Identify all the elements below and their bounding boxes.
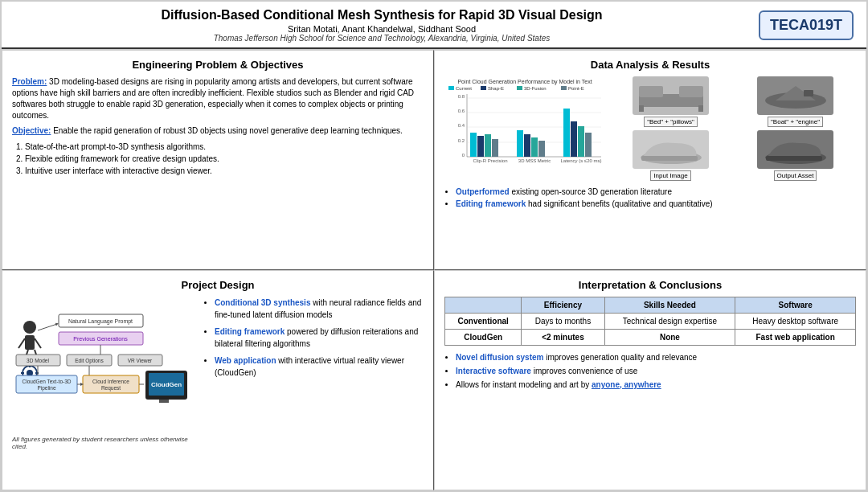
svg-text:CloudGen: CloudGen	[151, 381, 182, 388]
shoe-dark-svg	[760, 132, 832, 167]
list-item-1: State-of-the-art prompt-to-3D synthesis …	[25, 141, 424, 153]
objective-list: State-of-the-art prompt-to-3D synthesis …	[25, 141, 424, 177]
svg-text:Pipeline: Pipeline	[37, 385, 56, 392]
output-label: Output Asset	[774, 170, 817, 181]
mesh-input-img	[633, 130, 709, 169]
p4-bullet-1: Novel diffusion system improves generati…	[456, 351, 856, 363]
objective-text: Objective: Enable the rapid generation o…	[12, 125, 424, 137]
project-svg: Natural Language Prompt Previous Generat…	[12, 297, 197, 429]
row-cloudgen-software: Fast web application	[735, 330, 856, 346]
svg-rect-45	[766, 156, 822, 161]
svg-rect-0	[448, 86, 454, 90]
svg-rect-26	[531, 137, 538, 157]
header: Diffusion-Based Conditional Mesh Synthes…	[2, 2, 866, 49]
svg-text:Cloud Inference: Cloud Inference	[92, 379, 129, 384]
svg-text:0.4: 0.4	[458, 123, 465, 128]
row-conventional-skills: Technical design expertise	[604, 314, 735, 330]
authors: Sritan Motati, Anant Khandelwal, Siddhan…	[14, 24, 749, 34]
boat-svg	[760, 78, 832, 113]
mesh-output: Output Asset	[735, 130, 856, 181]
svg-rect-6	[561, 86, 567, 90]
svg-text:0.6: 0.6	[458, 109, 465, 113]
svg-rect-81	[159, 400, 169, 403]
panel-data: Data Analysis & Results Point Cloud Gene…	[434, 50, 866, 270]
p4-b3-bold: anyone, anywhere	[592, 380, 661, 389]
svg-rect-22	[492, 139, 498, 157]
svg-text:0: 0	[462, 153, 465, 158]
problem-text: Problem: 3D modeling-based designs are r…	[12, 76, 424, 121]
svg-text:Previous Generations: Previous Generations	[73, 336, 128, 342]
problem-label: Problem:	[12, 77, 47, 86]
shoe-svg	[635, 132, 707, 167]
main-grid: Engineering Problem & Objectives Problem…	[2, 49, 866, 490]
row-cloudgen-name: CloudGen	[445, 330, 522, 346]
svg-rect-20	[477, 136, 484, 157]
panel-interpretation: Interpretation & Conclusions Efficiency …	[434, 270, 866, 490]
svg-rect-19	[470, 133, 477, 157]
svg-line-49	[35, 338, 41, 348]
p2-bullet-2: Editing framework had significant benefi…	[456, 198, 856, 210]
svg-rect-37	[639, 105, 644, 112]
svg-rect-38	[698, 105, 703, 112]
bar-chart-svg: Point Cloud Generation Performance by Mo…	[444, 76, 605, 169]
svg-line-48	[18, 338, 25, 348]
objective-label: Objective:	[12, 126, 51, 135]
project-diagram: Natural Language Prompt Previous Generat…	[12, 297, 197, 450]
svg-text:Edit Options: Edit Options	[75, 358, 104, 364]
boat-label: "Boat" + "engine"	[768, 117, 823, 127]
project-content: Natural Language Prompt Previous Generat…	[12, 297, 424, 450]
poster: Diffusion-Based Conditional Mesh Synthes…	[0, 0, 868, 492]
svg-rect-25	[524, 134, 530, 157]
mesh-bed-img	[633, 76, 709, 115]
svg-rect-4	[517, 86, 522, 90]
svg-text:VR Viewer: VR Viewer	[128, 358, 153, 363]
svg-text:3D-Fusion: 3D-Fusion	[524, 86, 547, 91]
svg-rect-43	[641, 156, 698, 161]
p4-b2-rest: improves convenience of use	[531, 367, 637, 375]
svg-text:3D Model: 3D Model	[27, 358, 49, 363]
p4-bullet-3: Allows for instant modeling and art by a…	[456, 379, 856, 391]
p4-b3-normal: Allows for instant modeling and art by	[456, 380, 592, 389]
chart-title: Point Cloud Generation Performance by Mo…	[457, 79, 592, 85]
svg-text:3D MSS Metric: 3D MSS Metric	[518, 158, 551, 163]
row-conventional-efficiency: Days to months	[522, 314, 604, 330]
svg-point-46	[23, 321, 36, 334]
svg-rect-29	[563, 109, 570, 157]
svg-rect-31	[578, 126, 584, 157]
p4-b1-rest: improves generation quality and relevanc…	[543, 353, 697, 362]
row-cloudgen-skills: None	[604, 330, 735, 346]
svg-rect-47	[25, 335, 35, 350]
th-efficiency: Efficiency	[522, 297, 604, 314]
institution: Thomas Jefferson High School for Science…	[14, 34, 749, 43]
mesh-output-img	[757, 130, 833, 169]
svg-text:Current: Current	[456, 86, 472, 91]
svg-text:0.8: 0.8	[458, 94, 465, 99]
mesh-boat: "Boat" + "engine"	[735, 76, 856, 127]
p3-b3-bold: Web application	[215, 356, 276, 365]
row-cloudgen-efficiency: <2 minutes	[522, 330, 604, 346]
poster-title: Diffusion-Based Conditional Mesh Synthes…	[14, 8, 749, 23]
svg-rect-27	[538, 141, 545, 157]
p2-bullets: Outperformed existing open-source 3D gen…	[444, 186, 856, 210]
mesh-bed: "Bed" + "pillows"	[610, 76, 731, 127]
p3-b1-bold: Conditional 3D synthesis	[215, 298, 310, 307]
comparison-table: Efficiency Skills Needed Software Conven…	[444, 297, 856, 346]
svg-text:Point-E: Point-E	[568, 86, 584, 91]
list-item-3: Intuitive user interface with interactiv…	[25, 165, 424, 177]
p2-bullet2-bold: Editing framework	[456, 199, 526, 208]
bar-chart: Point Cloud Generation Performance by Mo…	[444, 76, 605, 165]
row-conventional-software: Heavy desktop software	[735, 314, 856, 330]
mesh-input: Input Image	[610, 130, 731, 181]
objective-body: Enable the rapid generation of robust 3D…	[51, 126, 403, 135]
svg-text:Shap-E: Shap-E	[488, 86, 504, 91]
svg-text:Latency (s ≤20 ms): Latency (s ≤20 ms)	[561, 158, 602, 163]
panel-engineering: Engineering Problem & Objectives Problem…	[2, 50, 434, 270]
svg-text:Natural Language Prompt: Natural Language Prompt	[68, 318, 133, 325]
p3-bullet-2: Editing framework powered by diffusion r…	[215, 326, 424, 350]
p2-bullet1-rest: existing open-source 3D generation liter…	[510, 187, 672, 196]
p4-b1-bold: Novel diffusion system	[456, 353, 543, 362]
bed-svg	[635, 78, 707, 113]
problem-body: 3D modeling-based designs are rising in …	[12, 77, 414, 120]
p4-b2-bold: Interactive software	[456, 367, 531, 375]
p2-bullet1-bold: Outperformed	[456, 187, 510, 196]
